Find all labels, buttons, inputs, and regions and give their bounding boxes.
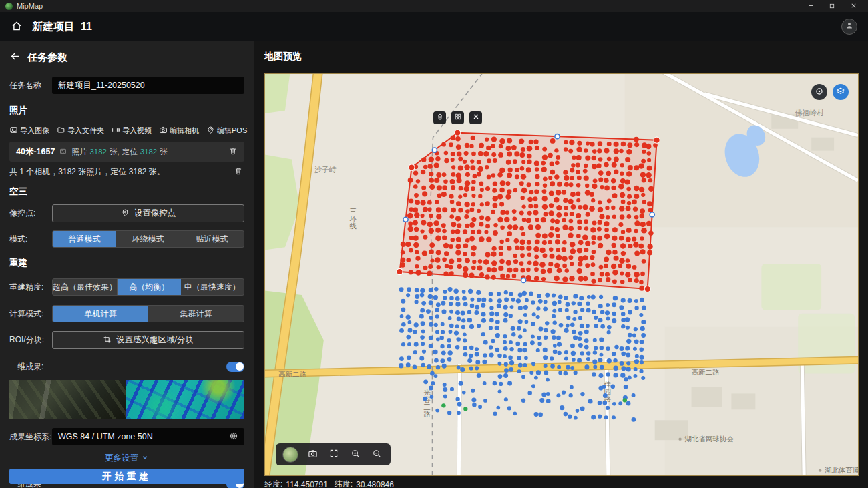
snapshot-button[interactable]	[305, 447, 320, 462]
svg-text:三环线: 三环线	[349, 208, 357, 230]
camera-group-row[interactable]: 40米-1657 照片 3182 张, 定位 3182 张	[9, 142, 244, 162]
rebuild-section-label: 重建	[9, 257, 244, 269]
longitude-value: 114.450791	[286, 480, 328, 488]
image-icon	[9, 126, 18, 136]
crs-label: 成果坐标系:	[9, 431, 52, 443]
photo-count-icon	[59, 146, 67, 158]
edit-pos-button[interactable]: 编辑POS	[206, 126, 247, 136]
aero-mode-option-1[interactable]: 环绕模式	[116, 231, 180, 247]
window-titlebar: MipMap	[0, 0, 868, 12]
task-name-input[interactable]	[52, 77, 244, 94]
compute-mode-label: 计算模式:	[9, 308, 52, 320]
map-panel: 地图预览 沙子峙三环线佛祖岭村高新二路高新二路光谷三路佳园路湖北省网球协会湖北体…	[254, 41, 868, 488]
roi-label: ROI/分块:	[9, 334, 52, 346]
camera-icon	[159, 126, 168, 136]
quality-option-2[interactable]: 中（最快速度）	[181, 279, 244, 295]
svg-text:沙子峙: 沙子峙	[314, 166, 337, 174]
aero-mode-option-0[interactable]: 普通模式	[53, 231, 116, 247]
svg-text:湖北省网球协会: 湖北省网球协会	[685, 435, 734, 443]
chevron-down-icon	[141, 453, 149, 463]
svg-text:湖北体育博物馆: 湖北体育博物馆	[825, 466, 858, 474]
basemap-thumbnail[interactable]	[282, 447, 298, 463]
folder-icon	[57, 126, 65, 136]
aero-mode-segment: 普通模式环绕模式贴近模式	[52, 230, 244, 248]
gcp-label: 像控点:	[9, 208, 52, 219]
task-name-label: 任务名称	[9, 80, 52, 91]
polygon-toolbar	[433, 111, 482, 124]
delete-polygon-button[interactable]	[433, 111, 446, 124]
layers-button[interactable]	[833, 84, 849, 100]
video-icon	[112, 126, 120, 136]
close-edit-button[interactable]	[469, 111, 482, 124]
maximize-button[interactable]	[821, 0, 843, 12]
orthophoto-preview	[9, 380, 126, 419]
map-preview[interactable]: 沙子峙三环线佛祖岭村高新二路高新二路光谷三路佳园路湖北省网球协会湖北体育博物馆	[264, 73, 859, 476]
photos-section-label: 照片	[9, 105, 244, 117]
svg-text:高新二路: 高新二路	[692, 369, 720, 377]
compute-mode-segment: 单机计算集群计算	[52, 305, 244, 322]
set-roi-button[interactable]: 设置感兴趣区域/分块	[52, 331, 244, 349]
svg-text:佳园路: 佳园路	[604, 381, 612, 403]
aero-mode-option-2[interactable]: 贴近模式	[180, 231, 244, 247]
home-button[interactable]	[11, 20, 23, 34]
coordinate-statusbar: 经度: 114.450791 纬度: 30.480846	[264, 479, 859, 488]
app-header: 新建项目_11	[0, 12, 868, 41]
quality-option-0[interactable]: 超高（最佳效果）	[53, 279, 118, 295]
set-gcp-button[interactable]: 设置像控点	[52, 204, 244, 222]
zoom-out-button[interactable]	[369, 447, 384, 462]
task-parameters-panel: 任务参数 任务名称 照片 导入图像导入文件夹导入视频编辑相机编辑POS 40米-…	[0, 41, 254, 488]
pos-icon	[206, 126, 215, 136]
output2d-toggle[interactable]	[226, 362, 244, 372]
aero-section-label: 空三	[9, 186, 244, 198]
import-folder-button[interactable]: 导入文件夹	[57, 126, 104, 136]
svg-text:高新二路: 高新二路	[278, 371, 306, 378]
app-logo	[5, 3, 13, 10]
latitude-label: 纬度:	[335, 479, 353, 488]
locate-button[interactable]	[811, 84, 827, 100]
map-view-controls	[811, 84, 849, 100]
import-video-button[interactable]: 导入视频	[112, 126, 152, 136]
back-button[interactable]	[9, 51, 21, 64]
quality-label: 重建精度:	[9, 282, 52, 293]
crs-selector[interactable]: WGS 84 / UTM zone 50N	[52, 428, 244, 445]
delete-camera-group-button[interactable]	[228, 146, 238, 158]
crop-icon	[103, 335, 112, 346]
latitude-value: 30.480846	[356, 480, 394, 488]
quality-segment: 超高（最佳效果）高（均衡）中（最快速度）	[52, 278, 244, 296]
photos-summary-text: 共 1 个相机，3182 张照片，定位 3182 张。	[9, 166, 165, 178]
photo-action-bar: 导入图像导入文件夹导入视频编辑相机编辑POS	[9, 125, 244, 136]
minimize-button[interactable]	[800, 0, 821, 12]
edit-camera-button[interactable]: 编辑相机	[159, 126, 199, 136]
svg-text:佛祖岭村: 佛祖岭村	[795, 109, 824, 117]
globe-icon	[229, 431, 238, 443]
compute-option-1[interactable]: 集群计算	[148, 306, 244, 322]
pin-icon	[121, 208, 130, 219]
compute-option-0[interactable]: 单机计算	[53, 306, 148, 322]
crs-value: WGS 84 / UTM zone 50N	[58, 432, 153, 441]
more-settings-link[interactable]: 更多设置	[9, 452, 244, 464]
app-title: MipMap	[17, 2, 43, 10]
user-avatar[interactable]	[841, 19, 857, 35]
import-images-button[interactable]: 导入图像	[9, 126, 49, 136]
grid-split-button[interactable]	[451, 111, 464, 124]
map-toolbar	[276, 443, 391, 465]
project-title: 新建项目_11	[32, 20, 92, 34]
map-preview-title: 地图预览	[264, 51, 859, 63]
map-canvas[interactable]: 沙子峙三环线佛祖岭村高新二路高新二路光谷三路佳园路湖北省网球协会湖北体育博物馆	[265, 74, 858, 475]
camera-group-name: 40米-1657	[16, 146, 55, 158]
start-rebuild-button[interactable]: 开始重建	[9, 469, 244, 484]
svg-text:光谷三路: 光谷三路	[423, 389, 431, 418]
elevation-preview	[126, 380, 244, 419]
zoom-in-button[interactable]	[348, 447, 363, 462]
quality-option-1[interactable]: 高（均衡）	[118, 279, 181, 295]
aero-mode-label: 模式:	[9, 234, 52, 245]
panel-title: 任务参数	[27, 51, 67, 64]
fit-view-button[interactable]	[327, 447, 341, 462]
output2d-previews	[9, 380, 244, 419]
longitude-label: 经度:	[264, 479, 282, 488]
photos-summary-row: 共 1 个相机，3182 张照片，定位 3182 张。	[9, 166, 244, 178]
close-button[interactable]	[843, 0, 864, 12]
delete-all-photos-button[interactable]	[234, 166, 243, 178]
camera-group-meta: 照片 3182 张, 定位 3182 张	[71, 147, 167, 157]
output2d-label: 二维成果:	[9, 361, 52, 373]
